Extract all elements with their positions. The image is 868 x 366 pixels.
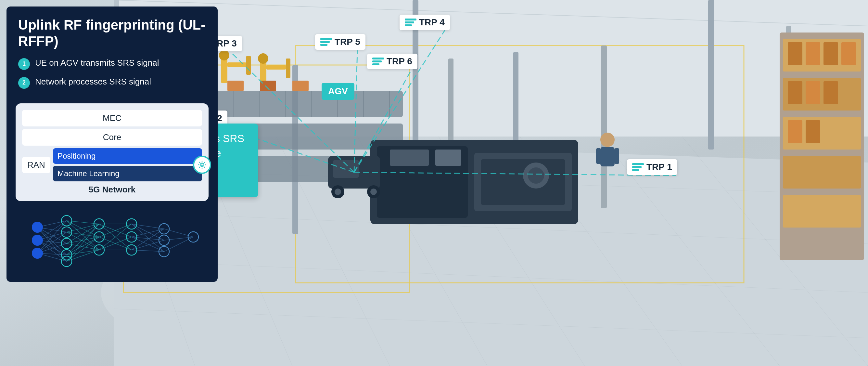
trp-1-label: TRP 1	[627, 159, 677, 175]
trp-5-text: TRP 5	[335, 37, 360, 47]
ran-row: RAN Positioning Machine Learning	[22, 148, 202, 181]
step-1-number: 1	[18, 58, 30, 70]
svg-point-154	[32, 222, 42, 233]
core-layer: Core	[22, 129, 202, 146]
svg-point-155	[32, 235, 42, 245]
svg-point-156	[32, 248, 42, 258]
panel-bottom-left: MEC Core RAN Positioning Machine Learnin…	[6, 94, 218, 282]
ran-label: RAN	[22, 157, 50, 173]
step-2: 2 Network processes SRS signal	[18, 77, 206, 89]
svg-point-101	[201, 164, 204, 166]
positioning-layer: Positioning	[53, 148, 202, 164]
svg-line-151	[164, 229, 193, 237]
mec-layer: MEC	[22, 110, 202, 126]
step-2-text: Network processes SRS signal	[35, 77, 151, 87]
wall-back	[114, 0, 868, 114]
trp-5-label: TRP 5	[315, 34, 366, 50]
trp-6-text: TRP 6	[386, 56, 412, 67]
step-1: 1 UE on AGV transmits SRS signal	[18, 58, 206, 70]
trp-6-icon	[372, 58, 384, 65]
agv-label: AGV	[321, 83, 354, 100]
5g-label: 5G Network	[22, 185, 202, 195]
step-2-number: 2	[18, 77, 30, 89]
step-1-text: UE on AGV transmits SRS signal	[35, 58, 159, 69]
trp-4-icon	[405, 19, 416, 26]
ml-layer: Machine Learning	[53, 166, 202, 181]
trp-4-label: TRP 4	[400, 14, 450, 30]
panel-title: Uplink RF fingerprinting (UL-RFFP)	[18, 17, 206, 50]
neural-network-diagram	[16, 208, 209, 273]
agv-text: AGV	[328, 86, 348, 96]
gear-icon	[193, 156, 211, 174]
trp-4-text: TRP 4	[419, 17, 445, 28]
trp-6-label: TRP 6	[367, 54, 417, 69]
trp-1-text: TRP 1	[647, 162, 672, 172]
network-stack: MEC Core RAN Positioning Machine Learnin…	[16, 103, 209, 201]
trp-5-icon	[320, 38, 332, 46]
ran-sub-layers: Positioning Machine Learning	[53, 148, 202, 181]
trp-1-icon	[632, 163, 644, 171]
